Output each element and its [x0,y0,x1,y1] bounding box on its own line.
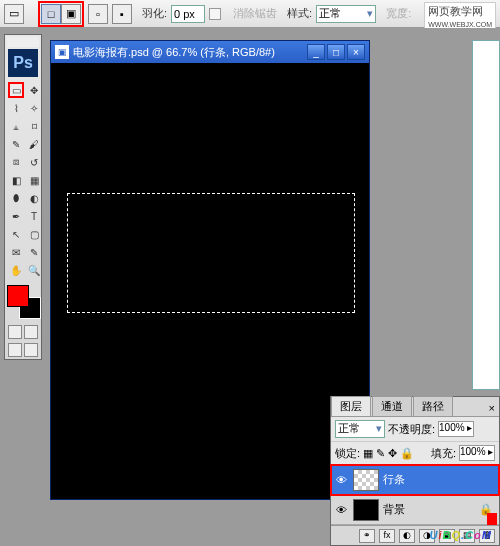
color-swatches [7,285,41,319]
heal-tool[interactable]: ✎ [8,136,24,152]
slice-tool[interactable]: ⌑ [26,118,42,134]
tools-palette: Ps ▭ ✥ ⌇ ✧ ⟁ ⌑ ✎ 🖌 ⧇ ↺ ◧ ▦ ⬮ ◐ ✒ T ↖ ▢ ✉… [4,34,42,360]
tab-paths[interactable]: 路径 [413,396,453,416]
link-icon[interactable]: ⚭ [359,529,375,543]
gradient-tool[interactable]: ▦ [26,172,42,188]
feather-input[interactable] [171,5,205,23]
style-select[interactable]: 正常 [316,5,376,23]
blur-tool[interactable]: ⬮ [8,190,24,206]
doc-icon: ▣ [55,45,69,59]
layer-thumbnail[interactable] [353,469,379,491]
lock-position-icon[interactable]: ✥ [388,447,397,460]
panel-tabs: 图层 通道 路径 × [331,397,499,417]
visibility-icon[interactable]: 👁 [333,502,349,518]
layer-name: 背景 [383,502,405,517]
workspace: Ps ▭ ✥ ⌇ ✧ ⟁ ⌑ ✎ 🖌 ⧇ ↺ ◧ ▦ ⬮ ◐ ✒ T ↖ ▢ ✉… [0,28,500,546]
mask-icon[interactable]: ◐ [399,529,415,543]
lock-paint-icon[interactable]: ✎ [376,447,385,460]
minimize-button[interactable]: _ [307,44,325,60]
feather-label: 羽化: [142,6,167,21]
visibility-icon[interactable]: 👁 [333,472,349,488]
canvas[interactable] [51,63,369,499]
ps-logo-icon: Ps [8,49,38,77]
right-panel [472,40,500,390]
fill-input[interactable]: 100% [459,445,495,461]
document-titlebar[interactable]: ▣ 电影海报有.psd @ 66.7% (行条, RGB/8#) _ □ × [51,41,369,63]
screen2-icon[interactable] [24,343,38,357]
layer-name: 行条 [383,472,405,487]
antialias-label: 消除锯齿 [233,6,277,21]
crop-tool[interactable]: ⟁ [8,118,24,134]
layer-thumbnail[interactable] [353,499,379,521]
selection-marquee [67,193,355,313]
lock-label: 锁定: [335,446,360,461]
fx-icon[interactable]: fx [379,529,395,543]
history-brush-tool[interactable]: ↺ [26,154,42,170]
lock-transparency-icon[interactable]: ▦ [363,447,373,460]
options-bar: ▭ □ ▣ ▫ ▪ 羽化: 消除锯齿 样式: 正常 宽度: 网页教学网WWW.W… [0,0,500,28]
layer-row[interactable]: 👁 行条 [331,465,499,495]
hand-tool[interactable]: ✋ [8,262,24,278]
new-selection-icon[interactable]: □ [41,4,61,24]
watermark: 网页教学网WWW.WEBJX.COM [424,2,496,31]
move-tool[interactable]: ✥ [26,82,42,98]
maximize-button[interactable]: □ [327,44,345,60]
screenmode-icon[interactable] [24,325,38,339]
close-button[interactable]: × [347,44,365,60]
zoom-tool[interactable]: 🔍 [26,262,42,278]
blend-mode-select[interactable]: 正常 [335,420,385,438]
eyedropper-tool[interactable]: ✎ [26,244,42,260]
notes-tool[interactable]: ✉ [8,244,24,260]
shape-tool[interactable]: ▢ [26,226,42,242]
dodge-tool[interactable]: ◐ [26,190,42,206]
pen-tool[interactable]: ✒ [8,208,24,224]
panel-menu-icon[interactable]: × [485,400,499,416]
style-label: 样式: [287,6,312,21]
screen1-icon[interactable] [8,343,22,357]
selection-mode-group: □ ▣ [38,1,84,27]
marquee-tool-preset[interactable]: ▭ [4,4,24,24]
tools-drag-handle[interactable] [7,37,39,47]
lock-all-icon[interactable]: 🔒 [400,447,414,460]
opacity-label: 不透明度: [388,422,435,437]
eraser-tool[interactable]: ◧ [8,172,24,188]
brush-tool[interactable]: 🖌 [26,136,42,152]
intersect-selection-icon[interactable]: ▪ [112,4,132,24]
foreground-color[interactable] [7,285,29,307]
lock-icons: ▦ ✎ ✥ 🔒 [363,447,414,460]
antialias-checkbox [209,8,221,20]
fill-label: 填充: [431,446,456,461]
width-label: 宽度: [386,6,411,21]
type-tool[interactable]: T [26,208,42,224]
layer-list: 👁 行条 👁 背景 🔒 [331,465,499,525]
tab-channels[interactable]: 通道 [372,396,412,416]
subtract-selection-icon[interactable]: ▫ [88,4,108,24]
marquee-tool[interactable]: ▭ [8,82,24,98]
uibq-watermark: UiBQ.CoM [430,521,492,544]
document-window: ▣ 电影海报有.psd @ 66.7% (行条, RGB/8#) _ □ × [50,40,370,500]
opacity-input[interactable]: 100% [438,421,474,437]
path-select-tool[interactable]: ↖ [8,226,24,242]
quickmask-icon[interactable] [8,325,22,339]
add-selection-icon[interactable]: ▣ [61,4,81,24]
document-title: 电影海报有.psd @ 66.7% (行条, RGB/8#) [73,45,275,60]
lasso-tool[interactable]: ⌇ [8,100,24,116]
tab-layers[interactable]: 图层 [331,396,371,416]
wand-tool[interactable]: ✧ [26,100,42,116]
stamp-tool[interactable]: ⧇ [8,154,24,170]
